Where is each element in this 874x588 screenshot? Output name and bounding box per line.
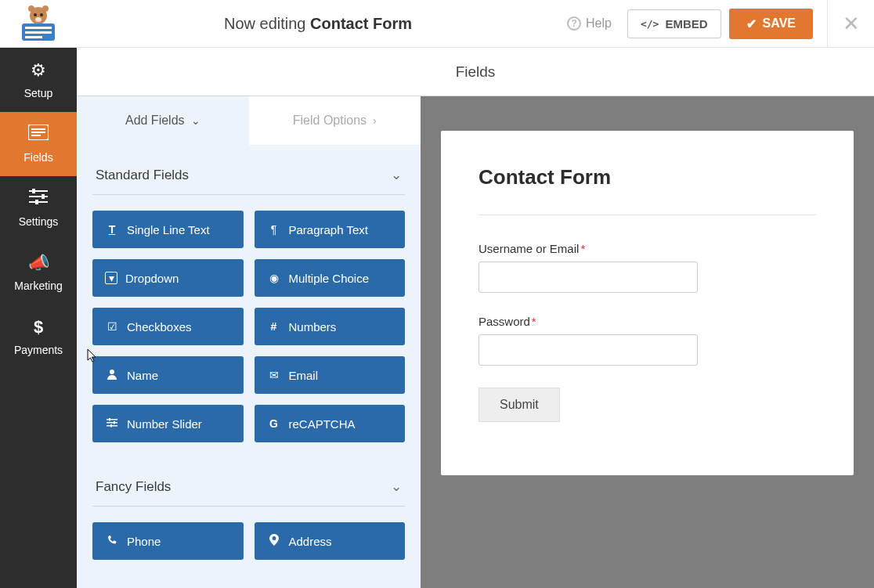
field-dropdown[interactable]: ▾ Dropdown — [92, 259, 244, 297]
form-field-password[interactable]: Password* — [479, 315, 816, 366]
svg-rect-17 — [32, 189, 35, 193]
required-indicator: * — [532, 315, 536, 328]
editing-prefix: Now editing — [224, 15, 306, 32]
username-input[interactable] — [479, 262, 698, 293]
field-label: Dropdown — [125, 272, 179, 285]
sidebar-item-label: Fields — [23, 151, 52, 164]
field-panel: Add Fields ⌄ Field Options › Standard Fi… — [77, 96, 421, 588]
logo — [0, 0, 77, 48]
embed-button[interactable]: </> EMBED — [627, 9, 721, 38]
svg-point-4 — [40, 13, 43, 16]
svg-point-1 — [28, 5, 34, 12]
field-checkboxes[interactable]: ☑ Checkboxes — [92, 308, 244, 345]
embed-label: EMBED — [665, 17, 707, 31]
sidebar-item-label: Settings — [19, 215, 59, 228]
field-label: Address — [289, 535, 332, 548]
tab-label: Add Fields — [125, 114, 185, 128]
list-icon — [28, 124, 49, 145]
chevron-down-icon: ⌄ — [191, 114, 200, 127]
field-phone[interactable]: Phone — [92, 522, 244, 560]
sidebar-item-marketing[interactable]: 📣 Marketing — [0, 240, 77, 305]
text-icon: T — [105, 223, 119, 236]
sidebar-item-label: Marketing — [14, 280, 62, 292]
field-label: Numbers — [289, 320, 337, 334]
form-label: Username or Email* — [479, 242, 816, 255]
svg-point-3 — [34, 13, 37, 16]
svg-point-5 — [35, 17, 42, 22]
group-fancy-fields[interactable]: Fancy Fields ⌄ — [92, 456, 405, 507]
sidebar-item-fields[interactable]: Fields — [0, 112, 77, 176]
sidebar-item-settings[interactable]: Settings — [0, 176, 77, 240]
field-label: Checkboxes — [127, 320, 192, 334]
save-label: SAVE — [763, 16, 796, 31]
editing-form-name: Contact Form — [310, 15, 412, 32]
sidebar-item-label: Setup — [24, 87, 53, 99]
hash-icon: # — [267, 320, 281, 333]
sidebar-item-label: Payments — [14, 344, 63, 356]
dot-circle-icon: ◉ — [267, 272, 281, 284]
close-button[interactable]: ✕ — [827, 0, 874, 48]
field-label: Name — [127, 369, 158, 382]
check-square-icon: ☑ — [105, 320, 119, 333]
phone-icon — [105, 535, 119, 548]
field-name[interactable]: Name — [92, 356, 244, 394]
field-label: reCAPTCHA — [289, 417, 356, 431]
form-card[interactable]: Contact Form Username or Email* Password… — [441, 131, 854, 475]
save-button[interactable]: ✔ SAVE — [729, 9, 813, 39]
close-icon: ✕ — [843, 12, 860, 35]
group-standard-fields[interactable]: Standard Fields ⌄ — [92, 145, 405, 195]
sliders-icon — [29, 189, 48, 209]
svg-point-20 — [110, 370, 114, 374]
submit-button[interactable]: Submit — [479, 388, 560, 422]
svg-rect-12 — [31, 132, 45, 133]
sidebar-item-payments[interactable]: $ Payments — [0, 305, 77, 369]
svg-rect-26 — [110, 424, 112, 427]
field-label: Single Line Text — [127, 223, 210, 236]
svg-rect-8 — [25, 31, 52, 34]
field-label: Multiple Choice — [289, 272, 370, 285]
required-indicator: * — [580, 242, 585, 255]
field-single-line-text[interactable]: T Single Line Text — [92, 211, 244, 248]
form-field-username[interactable]: Username or Email* — [479, 242, 816, 293]
help-link[interactable]: ? Help — [559, 12, 619, 35]
help-icon: ? — [567, 16, 581, 31]
form-label: Password* — [479, 315, 816, 328]
field-paragraph-text[interactable]: ¶ Paragraph Text — [255, 211, 406, 248]
svg-rect-14 — [29, 190, 48, 192]
user-icon — [105, 369, 119, 382]
svg-point-2 — [42, 5, 49, 12]
field-address[interactable]: Address — [255, 522, 406, 560]
chevron-down-icon: ⌄ — [391, 478, 402, 495]
check-icon: ✔ — [746, 16, 757, 31]
group-title: Fancy Fields — [96, 479, 171, 495]
field-multiple-choice[interactable]: ◉ Multiple Choice — [255, 259, 406, 297]
field-email[interactable]: ✉ Email — [255, 356, 406, 394]
tab-add-fields[interactable]: Add Fields ⌄ — [77, 96, 249, 145]
editing-label: Now editing Contact Form — [77, 15, 559, 33]
code-icon: </> — [641, 18, 659, 30]
svg-rect-11 — [31, 128, 45, 130]
field-label: Number Slider — [127, 417, 202, 431]
bullhorn-icon: 📣 — [28, 253, 49, 273]
caret-square-icon: ▾ — [105, 272, 117, 284]
sidebar-item-setup[interactable]: ⚙ Setup — [0, 48, 77, 112]
svg-rect-21 — [107, 419, 117, 420]
envelope-icon: ✉ — [267, 369, 281, 381]
svg-rect-22 — [107, 422, 117, 424]
svg-rect-25 — [114, 421, 115, 424]
form-title: Contact Form — [479, 165, 816, 189]
tab-field-options[interactable]: Field Options › — [249, 96, 421, 145]
password-input[interactable] — [479, 334, 698, 366]
panel-title: Fields — [77, 48, 874, 96]
sidebar-nav: ⚙ Setup Fields Settings 📣 Marketing $ Pa… — [0, 48, 77, 588]
submit-label: Submit — [500, 398, 539, 411]
field-numbers[interactable]: # Numbers — [255, 308, 406, 345]
field-number-slider[interactable]: Number Slider — [92, 405, 244, 442]
dollar-icon: $ — [34, 317, 43, 337]
chevron-right-icon: › — [373, 114, 377, 127]
group-title: Standard Fields — [96, 168, 189, 183]
svg-rect-19 — [35, 200, 38, 204]
paragraph-icon: ¶ — [267, 223, 281, 236]
field-recaptcha[interactable]: G reCAPTCHA — [255, 405, 406, 442]
map-marker-icon — [267, 534, 281, 548]
